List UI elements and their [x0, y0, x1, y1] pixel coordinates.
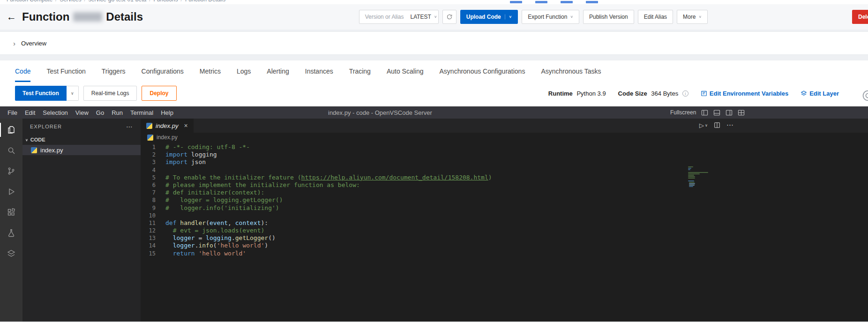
code-line[interactable]: 6# please implement the initializer func… — [141, 181, 868, 189]
code-line[interactable]: 1# -*- coding: utf-8 -*- — [141, 143, 868, 151]
code-line[interactable]: 9# logger.info('initializing') — [141, 204, 868, 212]
publish-version-button[interactable]: Publish Version — [583, 10, 634, 24]
breadcrumb-item[interactable]: Functions — [154, 0, 178, 3]
line-number: 7 — [141, 189, 156, 196]
code-line[interactable]: 11def handler(event, context): — [141, 219, 868, 227]
refresh-icon-cutoff[interactable] — [862, 90, 868, 104]
code-line[interactable]: 8# logger = logging.getLogger() — [141, 196, 868, 204]
files-icon[interactable] — [0, 120, 22, 140]
tab-metrics[interactable]: Metrics — [200, 60, 221, 82]
code-line[interactable]: 5# To enable the initializer feature (ht… — [141, 174, 868, 181]
refresh-icon — [446, 14, 453, 20]
line-text: # -*- coding: utf-8 -*- — [156, 143, 250, 151]
layers-icon[interactable] — [0, 243, 22, 264]
code-line[interactable]: 12 # evt = json.loads(event) — [141, 227, 868, 234]
file-name: index.py — [40, 147, 63, 154]
toggle-sidebar-icon[interactable] — [701, 109, 708, 116]
tab-logs[interactable]: Logs — [237, 60, 251, 82]
breadcrumb-item[interactable]: Function Details — [185, 0, 225, 3]
test-function-button[interactable]: Test Function — [15, 86, 67, 101]
file-item-index.py[interactable]: index.py — [22, 145, 141, 155]
minimap[interactable] — [688, 166, 710, 187]
tab-asynchronous-configurations[interactable]: Asynchronous Configurations — [440, 60, 525, 82]
edit-layer-link[interactable]: Edit Layer — [801, 90, 839, 97]
line-text: def handler(event, context): — [156, 219, 268, 227]
python-file-icon — [146, 123, 152, 129]
overview-panel[interactable]: › Overview — [0, 31, 868, 55]
code-lines[interactable]: 1# -*- coding: utf-8 -*-2import logging3… — [141, 143, 868, 257]
tab-triggers[interactable]: Triggers — [102, 60, 126, 82]
export-function-button[interactable]: Export Function ∨ — [522, 10, 579, 24]
breadcrumb-item[interactable]: service-go-test-01-beta — [89, 0, 146, 3]
test-function-dropdown[interactable]: ∨ — [67, 86, 79, 101]
tab-configurations[interactable]: Configurations — [142, 60, 184, 82]
more-actions-icon[interactable]: ⋯ — [726, 121, 733, 129]
line-number: 13 — [141, 234, 156, 242]
upload-code-label: Upload Code — [466, 14, 501, 20]
back-icon[interactable]: ← — [7, 11, 16, 22]
menu-file[interactable]: File — [4, 109, 21, 116]
python-file-icon — [147, 135, 153, 141]
run-python-file-button[interactable]: ▷ ∨ — [699, 122, 708, 129]
version-refresh-button[interactable] — [442, 10, 456, 24]
edit-alias-button[interactable]: Edit Alias — [638, 10, 673, 24]
editor-tab-indexpy[interactable]: index.py × — [141, 119, 194, 133]
chevron-right-icon[interactable]: › — [13, 39, 15, 47]
line-number: 8 — [141, 196, 156, 204]
version-select-value: LATEST — [410, 14, 431, 20]
menu-help[interactable]: Help — [157, 109, 177, 116]
menu-go[interactable]: Go — [92, 109, 108, 116]
tab-code[interactable]: Code — [15, 60, 30, 82]
fullscreen-button[interactable]: Fullscreen — [670, 109, 696, 116]
tab-tracing[interactable]: Tracing — [349, 60, 371, 82]
delete-button[interactable]: Delete — [852, 10, 868, 24]
toggle-secondary-sidebar-icon[interactable] — [726, 109, 733, 116]
code-editor[interactable]: 1# -*- coding: utf-8 -*-2import logging3… — [141, 142, 868, 257]
code-line[interactable]: 7# def initializer(context): — [141, 189, 868, 196]
edit-layer-label: Edit Layer — [809, 90, 839, 97]
vscode-body: EXPLORER ⋯ ∨ CODE index.py index.py × ▷ — [0, 119, 868, 322]
code-line[interactable]: 15 return 'hello world' — [141, 250, 868, 257]
tab-alerting[interactable]: Alerting — [267, 60, 289, 82]
line-text — [156, 166, 165, 174]
run-debug-icon[interactable] — [0, 181, 22, 202]
deploy-button[interactable]: Deploy — [142, 86, 176, 101]
tab-instances[interactable]: Instances — [305, 60, 333, 82]
realtime-logs-button[interactable]: Real-time Logs — [83, 86, 137, 101]
extensions-icon[interactable] — [0, 202, 22, 223]
version-alias-select[interactable]: Version or Alias LATEST ∨ — [359, 10, 439, 24]
info-icon[interactable]: i — [682, 90, 688, 97]
toggle-panel-icon[interactable] — [713, 109, 720, 116]
more-button[interactable]: More ∨ — [677, 10, 708, 24]
menu-selection[interactable]: Selection — [39, 109, 71, 116]
code-line[interactable]: 10 — [141, 212, 868, 219]
code-line[interactable]: 4 — [141, 166, 868, 174]
version-select-label: Version or Alias — [365, 14, 404, 20]
upload-code-button[interactable]: Upload Code ∨ — [460, 10, 518, 24]
breadcrumb-item[interactable]: Services — [60, 0, 81, 3]
testing-icon[interactable] — [0, 223, 22, 243]
line-number: 11 — [141, 219, 156, 227]
menu-terminal[interactable]: Terminal — [127, 109, 157, 116]
source-control-icon[interactable] — [0, 161, 22, 181]
tab-test-function[interactable]: Test Function — [46, 60, 85, 82]
menu-run[interactable]: Run — [108, 109, 127, 116]
menu-edit[interactable]: Edit — [21, 109, 39, 116]
tab-auto-scaling[interactable]: Auto Scaling — [387, 60, 424, 82]
editor-breadcrumbs[interactable]: index.py — [141, 133, 868, 142]
menu-view[interactable]: View — [72, 109, 92, 116]
code-line[interactable]: 2import logging — [141, 151, 868, 158]
edit-environment-variables-link[interactable]: Edit Environment Variables — [701, 90, 788, 97]
explorer-section-code[interactable]: ∨ CODE — [22, 135, 141, 145]
code-line[interactable]: 3import json — [141, 158, 868, 166]
close-icon[interactable]: × — [184, 122, 187, 129]
split-editor-icon[interactable] — [714, 122, 720, 128]
customize-layout-icon[interactable] — [738, 109, 745, 116]
code-line[interactable]: 14 logger.info('hello world') — [141, 242, 868, 249]
search-icon[interactable] — [0, 140, 22, 161]
tab-asynchronous-tasks[interactable]: Asynchronous Tasks — [541, 60, 601, 82]
section-label: CODE — [30, 137, 45, 142]
breadcrumb-item[interactable]: Function Compute — [7, 0, 52, 3]
code-line[interactable]: 13 logger = logging.getLogger() — [141, 234, 868, 242]
explorer-actions-icon[interactable]: ⋯ — [126, 123, 133, 130]
